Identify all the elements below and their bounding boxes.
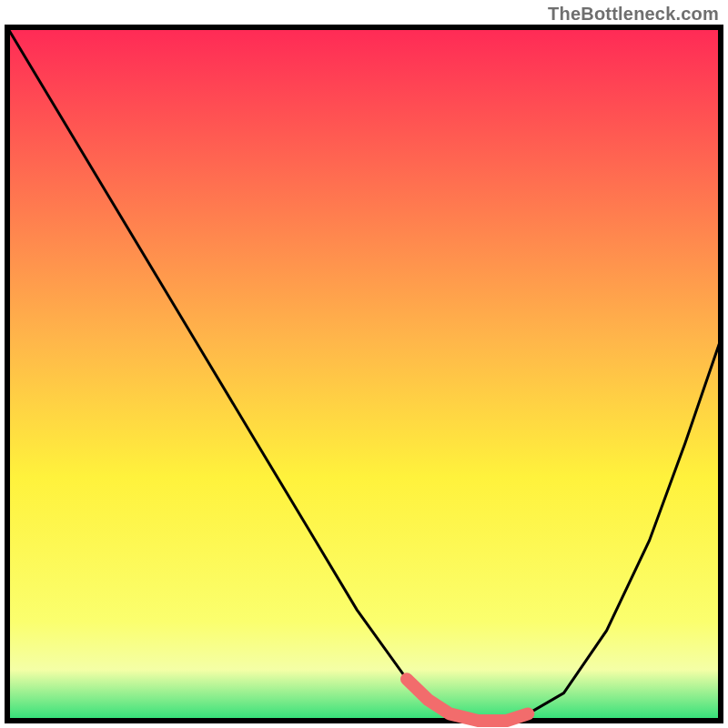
attribution-label: TheBottleneck.com — [548, 4, 719, 25]
chart-svg — [0, 0, 728, 728]
plot-fill — [10, 30, 718, 718]
bottleneck-chart: TheBottleneck.com — [0, 0, 728, 728]
